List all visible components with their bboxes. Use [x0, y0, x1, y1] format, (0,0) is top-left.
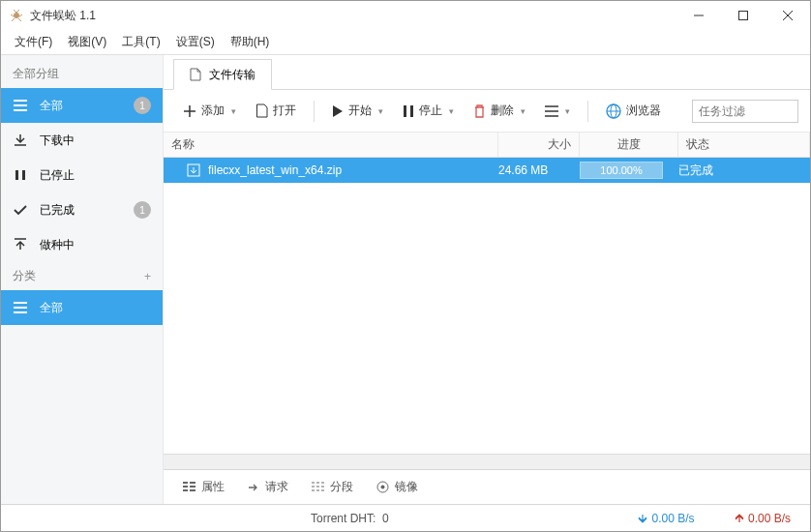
tab-properties[interactable]: 属性	[173, 473, 234, 501]
file-name: filecxx_latest_win_x64.zip	[208, 163, 342, 177]
pause-icon	[13, 169, 28, 181]
window-title: 文件蜈蚣 1.1	[30, 8, 676, 24]
app-logo-icon	[9, 8, 24, 23]
progress-bar: 100.00%	[580, 162, 663, 179]
menubar: 文件(F) 视图(V) 工具(T) 设置(S) 帮助(H)	[1, 30, 810, 55]
file-icon	[190, 68, 201, 81]
download-speed: 0.00 B/s	[637, 512, 694, 525]
svg-rect-29	[190, 489, 195, 491]
col-size[interactable]: 大小	[498, 133, 580, 157]
svg-rect-15	[404, 105, 406, 117]
sidebar-item-label: 已完成	[40, 202, 75, 219]
check-icon	[13, 204, 28, 216]
chevron-down-icon: ▾	[378, 106, 383, 116]
sidebar-item-seeding[interactable]: 做种中	[1, 227, 163, 262]
chevron-down-icon: ▾	[449, 106, 454, 116]
sidebar-item-label: 已停止	[40, 167, 75, 184]
sidebar-category-header: 分类 +	[1, 262, 163, 290]
sidebar-item-label: 全部	[40, 98, 63, 114]
svg-point-0	[14, 13, 19, 18]
tab-segments[interactable]: 分段	[302, 473, 363, 501]
chevron-down-icon: ▾	[565, 106, 570, 116]
stop-button[interactable]: 停止▾	[395, 98, 462, 125]
dht-status: Torrent DHT: 0	[311, 512, 389, 525]
open-button[interactable]: 打开	[248, 98, 304, 125]
hamburger-icon	[13, 302, 28, 313]
sidebar-category-all[interactable]: 全部	[1, 290, 163, 325]
tabstrip: 文件传输	[164, 55, 810, 90]
start-button[interactable]: 开始▾	[324, 98, 391, 125]
statusbar: Torrent DHT: 0 0.00 B/s 0.00 B/s	[1, 504, 810, 531]
separator	[587, 101, 588, 122]
chevron-down-icon: ▾	[231, 106, 236, 116]
count-badge: 1	[134, 97, 151, 114]
svg-rect-9	[22, 170, 25, 180]
svg-rect-16	[410, 105, 413, 117]
tab-request[interactable]: 请求	[238, 473, 298, 501]
filter-input[interactable]	[692, 100, 798, 123]
sidebar-item-label: 做种中	[40, 237, 75, 253]
sidebar: 全部分组 全部 1 下载中 已停止 已完成 1 做种中 分类 +	[1, 55, 164, 504]
add-category-icon[interactable]: +	[144, 270, 151, 283]
toolbar: 添加▾ 打开 开始▾ 停止▾ 删除▾ ▾ 浏览器	[164, 90, 810, 133]
menu-view[interactable]: 视图(V)	[60, 31, 114, 53]
minimize-button[interactable]	[676, 1, 721, 30]
svg-rect-8	[15, 170, 18, 180]
sidebar-item-label: 全部	[40, 300, 63, 316]
file-status: 已完成	[678, 163, 810, 179]
horizontal-scrollbar[interactable]	[164, 454, 810, 469]
sidebar-item-completed[interactable]: 已完成 1	[1, 192, 163, 227]
sidebar-item-stopped[interactable]: 已停止	[1, 158, 163, 192]
sidebar-group-header: 全部分组	[1, 60, 163, 88]
hamburger-icon	[13, 100, 28, 111]
more-button[interactable]: ▾	[537, 98, 578, 125]
col-status[interactable]: 状态	[678, 133, 810, 157]
delete-button[interactable]: 删除▾	[466, 98, 533, 125]
file-type-icon	[187, 163, 200, 177]
detail-tabs: 属性 请求 分段 镜像	[164, 469, 810, 504]
col-name[interactable]: 名称	[164, 133, 498, 157]
table-header: 名称 大小 进度 状态	[164, 133, 810, 158]
svg-rect-25	[190, 482, 195, 484]
table-row[interactable]: filecxx_latest_win_x64.zip 24.66 MB 100.…	[164, 158, 810, 183]
menu-settings[interactable]: 设置(S)	[168, 31, 223, 53]
menu-tools[interactable]: 工具(T)	[114, 31, 167, 53]
upload-icon	[13, 238, 28, 251]
menu-file[interactable]: 文件(F)	[7, 31, 60, 53]
upload-speed: 0.00 B/s	[734, 512, 791, 525]
svg-rect-28	[183, 489, 188, 491]
svg-rect-2	[739, 12, 748, 20]
add-button[interactable]: 添加▾	[175, 98, 244, 125]
browser-button[interactable]: 浏览器	[598, 98, 669, 125]
menu-help[interactable]: 帮助(H)	[223, 31, 278, 53]
sidebar-item-label: 下载中	[40, 133, 75, 149]
svg-rect-26	[183, 486, 188, 488]
tab-transfer[interactable]: 文件传输	[173, 59, 272, 90]
main-panel: 文件传输 添加▾ 打开 开始▾ 停止▾ 删除▾ ▾ 浏览器 名称 大小 进度 状…	[164, 55, 810, 504]
table-body: filecxx_latest_win_x64.zip 24.66 MB 100.…	[164, 158, 810, 454]
tab-label: 文件传输	[209, 67, 255, 83]
count-badge: 1	[134, 201, 151, 219]
sidebar-item-downloading[interactable]: 下载中	[1, 123, 163, 158]
sidebar-item-all[interactable]: 全部 1	[1, 88, 163, 123]
separator	[314, 101, 315, 122]
download-icon	[13, 133, 28, 147]
tab-mirror[interactable]: 镜像	[367, 473, 428, 501]
svg-rect-24	[183, 482, 188, 484]
titlebar: 文件蜈蚣 1.1	[1, 1, 810, 30]
maximize-button[interactable]	[721, 1, 766, 30]
file-size: 24.66 MB	[498, 163, 580, 177]
col-progress[interactable]: 进度	[580, 133, 678, 157]
svg-rect-27	[190, 486, 195, 488]
close-button[interactable]	[766, 1, 810, 30]
svg-point-34	[381, 486, 385, 489]
chevron-down-icon: ▾	[521, 106, 526, 116]
